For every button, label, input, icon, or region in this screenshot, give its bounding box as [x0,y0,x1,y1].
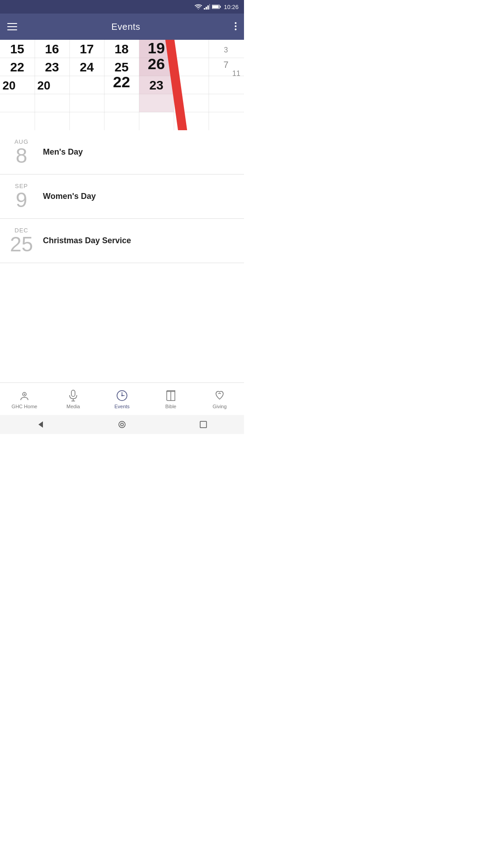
toolbar: Events [0,14,244,40]
status-icons [195,4,221,9]
event-date: SEP 9 [9,183,34,210]
bottom-nav: GHC Home Media Events [0,382,244,415]
svg-point-8 [235,25,237,27]
nav-item-media[interactable]: Media [49,389,98,409]
svg-rect-3 [209,4,210,9]
clock-icon [116,389,128,402]
svg-point-44 [24,393,25,395]
event-title: Men's Day [43,147,83,157]
nav-label-giving: Giving [212,404,226,409]
svg-text:22: 22 [10,60,24,74]
svg-text:25: 25 [114,60,128,74]
svg-text:17: 17 [80,42,94,56]
nav-item-ghc-home[interactable]: GHC Home [0,389,49,409]
event-day: 25 [10,234,33,255]
svg-rect-0 [204,8,205,9]
time-display: 10:26 [224,4,239,10]
svg-text:15: 15 [10,42,24,56]
svg-point-51 [122,395,123,396]
svg-text:20: 20 [38,79,51,92]
svg-point-55 [121,423,123,426]
calendar-svg: 15 16 17 18 19 3 22 23 24 25 26 7 11 20 … [0,40,244,130]
svg-rect-1 [206,7,207,9]
home-button[interactable] [115,418,129,431]
event-item[interactable]: DEC 25 Christmas Day Service [0,219,244,263]
nav-item-giving[interactable]: Giving [195,389,244,409]
event-day: 9 [16,189,28,210]
home-icon [18,389,31,402]
event-date: DEC 25 [9,227,34,255]
recents-button[interactable] [197,418,210,431]
svg-text:7: 7 [223,60,228,70]
event-title: Christmas Day Service [43,236,131,245]
svg-text:18: 18 [114,42,128,56]
svg-marker-53 [38,421,43,428]
svg-text:19: 19 [148,40,165,57]
svg-point-54 [119,421,125,428]
nav-item-bible[interactable]: Bible [146,389,195,409]
svg-text:20: 20 [3,79,16,92]
svg-text:23: 23 [45,60,59,74]
event-date: AUG 8 [9,138,34,166]
calendar-visual: 15 16 17 18 19 3 22 23 24 25 26 7 11 20 … [0,40,244,130]
system-nav-bar [0,415,244,434]
microphone-icon [67,389,80,402]
event-day: 8 [16,145,28,166]
hamburger-menu-button[interactable] [7,23,17,30]
nav-item-events[interactable]: Events [98,389,146,409]
giving-icon [213,389,226,402]
svg-text:24: 24 [80,60,94,74]
page-title: Events [111,22,140,32]
event-item[interactable]: SEP 9 Women's Day [0,175,244,219]
svg-point-7 [235,22,237,24]
svg-rect-45 [71,390,75,396]
nav-label-ghc-home: GHC Home [12,404,38,409]
svg-rect-6 [212,5,219,8]
svg-point-9 [235,28,237,30]
back-button[interactable] [34,418,47,431]
main-content: 15 16 17 18 19 3 22 23 24 25 26 7 11 20 … [0,40,244,434]
book-icon [164,389,177,402]
svg-text:11: 11 [232,70,240,77]
event-item[interactable]: AUG 8 Men's Day [0,130,244,175]
svg-rect-5 [220,6,221,8]
event-title: Women's Day [43,192,96,201]
wifi-icon [195,4,202,9]
svg-text:23: 23 [149,78,163,92]
battery-icon [212,4,221,9]
svg-rect-24 [139,94,174,112]
nav-label-events: Events [114,404,130,409]
nav-label-media: Media [66,404,80,409]
svg-text:22: 22 [113,73,130,90]
hero-image: 15 16 17 18 19 3 22 23 24 25 26 7 11 20 … [0,40,244,130]
svg-text:16: 16 [45,42,59,56]
svg-rect-56 [200,421,206,428]
svg-text:3: 3 [224,46,228,54]
nav-label-bible: Bible [165,404,176,409]
svg-rect-2 [207,5,209,9]
more-options-button[interactable] [235,22,237,32]
svg-text:26: 26 [148,55,165,72]
signal-icon [204,4,210,9]
status-bar: 10:26 [0,0,244,14]
